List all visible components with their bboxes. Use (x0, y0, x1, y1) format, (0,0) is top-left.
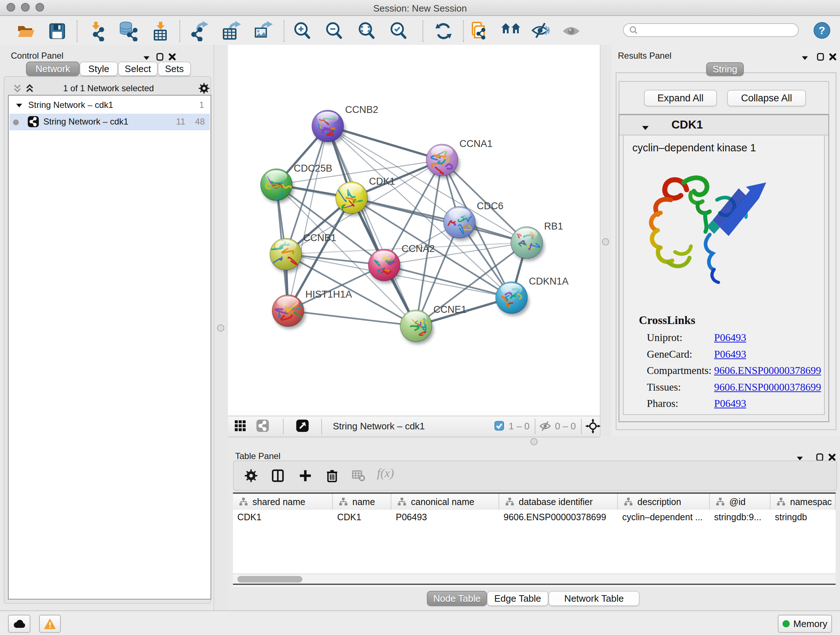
tree-expand-icon[interactable] (15, 101, 23, 111)
toolbar-divider (180, 20, 180, 42)
tab-string[interactable]: String (706, 62, 744, 76)
tree-node-count: 11 (176, 117, 185, 127)
crosslink-value[interactable]: 9606.ENSP00000378699 (714, 364, 821, 377)
protein-expand-icon[interactable] (641, 122, 650, 135)
protein-name: CDK1 (671, 118, 703, 131)
hidden-count: 0 – 0 (555, 421, 576, 432)
crosslink-value[interactable]: 9606.ENSP00000378699 (714, 381, 821, 393)
column-header-description[interactable]: description (618, 494, 710, 510)
tab-edge-table[interactable]: Edge Table (487, 591, 548, 606)
string-view-icon[interactable] (256, 419, 269, 432)
table-delete-icon[interactable] (325, 469, 339, 483)
toolbar-divider (423, 20, 423, 42)
status-bar: Memory (0, 610, 840, 635)
table-hscrollbar-thumb[interactable] (237, 576, 302, 583)
network-node[interactable] (511, 226, 545, 261)
selected-nodes-checkbox[interactable] (494, 421, 504, 431)
network-node[interactable] (496, 282, 529, 316)
table-cell[interactable]: 9606.ENSP00000378699 (504, 510, 615, 524)
zoom-fit-icon[interactable] (357, 21, 377, 41)
network-node[interactable] (368, 249, 402, 283)
import-network-database-icon[interactable] (118, 21, 138, 41)
zoom-selected-icon[interactable] (388, 21, 409, 41)
export-network-icon[interactable] (189, 21, 210, 41)
crosslink-value[interactable]: P06493 (714, 348, 746, 360)
crosslink-value[interactable]: P06493 (714, 397, 746, 409)
export-image-icon[interactable] (253, 21, 273, 41)
protein-description: cyclin–dependent kinase 1 (632, 142, 756, 154)
zoom-in-icon[interactable] (292, 21, 313, 41)
right-splitter-handle[interactable] (602, 238, 609, 245)
column-header-canonicalname[interactable]: canonical name (392, 494, 499, 510)
toolbar-divider (463, 20, 464, 42)
open-session-icon[interactable] (16, 21, 36, 41)
table-add-icon[interactable] (298, 469, 313, 483)
network-node[interactable] (400, 310, 434, 344)
open-external-icon[interactable] (296, 419, 309, 432)
left-splitter-handle[interactable] (217, 325, 224, 332)
hide-selected-icon[interactable] (531, 21, 551, 41)
network-node[interactable] (272, 295, 306, 329)
fit-selected-icon[interactable] (585, 418, 600, 434)
table-columns-icon[interactable] (271, 469, 285, 483)
network-node[interactable] (261, 169, 294, 203)
export-table-icon[interactable] (221, 21, 242, 41)
expand-all-button[interactable]: Expand All (644, 90, 717, 106)
table-cell[interactable]: stringdb:9... (714, 510, 767, 524)
horizontal-splitter-handle[interactable] (531, 438, 538, 445)
network-node[interactable] (426, 144, 460, 179)
collapse-all-button[interactable]: Collapse All (727, 90, 806, 106)
memory-button[interactable]: Memory (778, 615, 832, 633)
memory-label: Memory (793, 618, 827, 630)
tab-style[interactable]: Style (80, 62, 118, 76)
warning-button[interactable] (39, 615, 61, 633)
close-results-icon[interactable] (829, 51, 837, 64)
table-fx-icon[interactable]: f(x) (377, 466, 394, 480)
help-button[interactable]: ? (813, 22, 831, 39)
network-node[interactable] (336, 182, 369, 216)
tab-sets[interactable]: Sets (158, 62, 191, 76)
zoom-out-icon[interactable] (324, 21, 344, 41)
status-divider (321, 418, 322, 434)
cloud-button[interactable] (8, 615, 30, 633)
search-input[interactable] (623, 23, 799, 37)
tab-network-table[interactable]: Network Table (548, 591, 639, 606)
protein-header[interactable]: CDK1 (619, 115, 829, 135)
tab-node-table[interactable]: Node Table (427, 591, 487, 606)
node-label: CDK1 (369, 176, 395, 187)
first-neighbors-icon[interactable] (501, 21, 521, 41)
import-table-icon[interactable] (150, 21, 171, 41)
show-graphics-icon[interactable] (561, 21, 582, 41)
tree-row[interactable]: String Network – cdk11 (9, 97, 210, 114)
float-results-icon[interactable] (816, 51, 825, 64)
crosslink-value[interactable]: P06493 (714, 332, 746, 344)
string-network-icon (27, 116, 39, 130)
column-header-name[interactable]: name (333, 494, 392, 510)
table-cell[interactable]: CDK1 (337, 510, 388, 524)
tab-network[interactable]: Network (26, 62, 80, 76)
column-header-id[interactable]: @id (710, 494, 771, 510)
clone-network-icon[interactable] (470, 21, 490, 41)
refresh-icon[interactable] (433, 21, 454, 41)
table-cell[interactable]: stringdb (775, 510, 833, 524)
collapse-results-icon[interactable] (801, 51, 809, 65)
table-gear-icon[interactable] (244, 469, 258, 483)
table-toolbar: f(x) (233, 461, 837, 491)
save-session-icon[interactable] (47, 21, 67, 41)
network-node[interactable] (444, 206, 477, 241)
column-header-namespac[interactable]: namespac (771, 494, 836, 510)
network-canvas[interactable]: CCNB2CCNA1CDC25BCDK1CDC6RB1CCNB1CCNA2CDK… (228, 45, 600, 416)
table-cell[interactable]: cyclin–dependent ... (622, 510, 707, 524)
tab-select[interactable]: Select (118, 62, 158, 76)
column-header-databaseidentifier[interactable]: database identifier (499, 494, 618, 510)
left-splitter[interactable] (213, 45, 229, 610)
horizontal-splitter[interactable] (228, 436, 840, 448)
table-cell[interactable]: CDK1 (237, 510, 330, 524)
table-cell[interactable]: P06493 (396, 510, 496, 524)
column-header-sharedname[interactable]: shared name (233, 494, 333, 510)
import-network-file-icon[interactable] (86, 21, 106, 41)
table-delete-table-icon[interactable] (352, 469, 366, 483)
right-splitter[interactable] (600, 45, 613, 436)
tree-row[interactable]: String Network – cdk11148 (9, 114, 210, 130)
grid-view-icon[interactable] (234, 420, 247, 432)
